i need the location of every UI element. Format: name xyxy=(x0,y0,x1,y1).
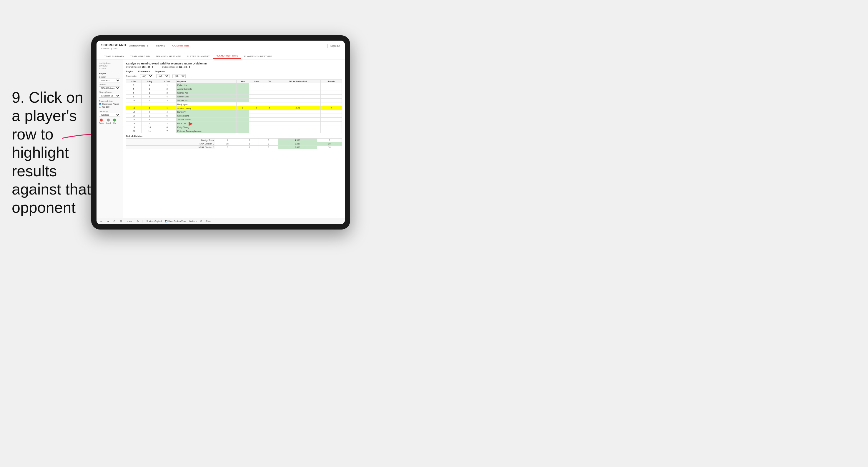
table-row[interactable]: 14 7 4 Eunice Yi xyxy=(126,110,342,114)
nav-tournaments[interactable]: TOURNAMENTS xyxy=(126,43,150,48)
table-header-row: # Div # Reg # Conf Opponent Win Loss Tie… xyxy=(126,80,342,83)
bottom-toolbar: ↩ ↪ ↺ ⊞ ←•→ ⊙ | 👁 View: Original 💾 Save … xyxy=(96,218,345,224)
colour-by-section: Colour by Win/loss Down Level xyxy=(99,111,120,124)
table-row[interactable]: 10 6 3 Andrea York xyxy=(126,99,342,102)
opponent-view-label: Opponent view xyxy=(99,100,120,102)
region-filter-group: Region xyxy=(126,70,135,73)
save-icon: 💾 xyxy=(165,220,168,222)
watch-button[interactable]: Watch ▾ xyxy=(189,220,197,222)
table-row[interactable]: 3 4 1 Esther Lee xyxy=(126,83,342,87)
main-content: Last Updated: 27/03/2024 16:55:38 Player… xyxy=(96,59,345,218)
table-row[interactable]: Haeji Hyun xyxy=(126,102,342,106)
player-rank-select[interactable]: 8. Katelyn Vo xyxy=(99,94,120,98)
division-record: Division Record: 331 - 34 - 6 xyxy=(162,66,190,68)
record-row: Overall Record: 353 - 34 - 6 Division Re… xyxy=(126,66,342,68)
layout-button[interactable]: ⊡ xyxy=(200,220,202,222)
division-label: Division xyxy=(99,84,120,86)
colour-level: Level xyxy=(106,119,111,124)
col-rounds: Rounds xyxy=(321,80,342,83)
table-row[interactable]: 9 1 4 Sharon Mun xyxy=(126,95,342,99)
conference-select[interactable]: (All) xyxy=(156,74,169,78)
nav-committee[interactable]: COMMITTEE xyxy=(171,43,190,48)
region-select[interactable]: (All) xyxy=(140,74,153,78)
subnav-player-h2h-heatmap[interactable]: PLAYER H2H HEATMAP xyxy=(241,54,275,59)
opponent-select[interactable]: (All) xyxy=(173,74,186,78)
save-custom-view-button[interactable]: 💾 Save Custom View xyxy=(165,220,186,222)
undo-button[interactable]: ↩ xyxy=(99,220,103,223)
tablet-screen: SCOREBOARD Powered by clippd TOURNAMENTS… xyxy=(96,41,345,224)
grid-button[interactable]: ⊞ xyxy=(119,220,123,223)
opponents-played-radio[interactable]: Opponents Played xyxy=(99,103,120,105)
col-div: # Div xyxy=(126,80,142,83)
colour-up: Up xyxy=(113,119,116,124)
reset-button[interactable]: ↺ xyxy=(113,220,117,223)
tablet-frame: SCOREBOARD Powered by clippd TOURNAMENTS… xyxy=(91,35,350,229)
table-row[interactable]: 20 11 7 Federica Domecq Lacroze xyxy=(126,129,342,133)
table-row[interactable]: 19 10 6 Emily Chang xyxy=(126,125,342,129)
col-win: Win xyxy=(237,80,249,83)
subnav-player-h2h-grid[interactable]: PLAYER H2H GRID xyxy=(213,53,241,59)
subnav-team-summary[interactable]: TEAM SUMMARY xyxy=(101,54,127,59)
col-reg: # Reg xyxy=(141,80,158,83)
grid-title: Katelyn Vo Head-to-Head Grid for Women's… xyxy=(126,62,342,65)
sidebar-timestamp: Last Updated: 27/03/2024 16:55:38 xyxy=(99,62,120,70)
grid-area: Katelyn Vo Head-to-Head Grid for Women's… xyxy=(123,59,345,218)
ood-table: Foreign Team 1 0 0 4.500 2 NAIA Division… xyxy=(126,138,342,149)
colour-down: Down xyxy=(99,119,104,124)
col-loss: Loss xyxy=(249,80,264,83)
colour-legend: Down Level Up xyxy=(99,119,120,124)
subnav-player-summary[interactable]: PLAYER SUMMARY xyxy=(184,54,213,59)
col-conf: # Conf xyxy=(158,80,176,83)
ood-row-ncaa2[interactable]: NCAA Division 2 5 0 0 7.400 10 xyxy=(126,146,342,149)
subnav-team-h2h-heatmap[interactable]: TEAM H2H HEATMAP xyxy=(153,54,184,59)
h2h-table: # Div # Reg # Conf Opponent Win Loss Tie… xyxy=(126,80,342,133)
ood-row-naia1[interactable]: NAIA Division 1 15 0 0 9.267 30 xyxy=(126,142,342,146)
gender-label: Gender xyxy=(99,76,120,78)
opponent-filter-group: Opponent xyxy=(155,70,167,73)
sidebar-player-title: Player xyxy=(99,72,120,75)
filter-selects-row: Opponents: (All) (All) (All) xyxy=(126,74,342,78)
ood-row-foreign[interactable]: Foreign Team 1 0 0 4.500 2 xyxy=(126,138,342,142)
conference-filter-group: Conference xyxy=(138,70,152,73)
col-diff: Diff Av Strokes/Rnd xyxy=(275,80,321,83)
annotation-text: 9. Click on a player's row to highlight … xyxy=(12,88,91,217)
division-select[interactable]: NCAA Division III xyxy=(99,86,120,90)
opponent-view-section: Opponent view Opponents Played Top 100 xyxy=(99,100,120,108)
filters-row: Region Conference Opponent xyxy=(126,70,342,73)
view-original-button[interactable]: 👁 View: Original xyxy=(146,220,161,222)
nav-links: TOURNAMENTS TEAMS COMMITTEE xyxy=(126,43,327,48)
col-tie: Tie xyxy=(264,80,275,83)
table-row[interactable]: 15 8 5 Stella Chang xyxy=(126,114,342,118)
cursor-arrow xyxy=(189,122,193,126)
colour-by-select[interactable]: Win/loss xyxy=(99,113,120,117)
col-opponent: Opponent xyxy=(176,80,236,83)
arrow-button[interactable]: ←•→ xyxy=(125,220,133,223)
share-button[interactable]: Share xyxy=(206,220,211,222)
overall-record: Overall Record: 353 - 34 - 6 xyxy=(126,66,153,68)
logo: SCOREBOARD Powered by clippd xyxy=(101,42,126,50)
refresh-button[interactable]: ⊙ xyxy=(136,220,140,223)
colour-by-label: Colour by xyxy=(99,111,120,113)
sidebar: Last Updated: 27/03/2024 16:55:38 Player… xyxy=(96,59,123,218)
nav-teams[interactable]: TEAMS xyxy=(154,43,166,48)
eye-icon: 👁 xyxy=(146,220,148,222)
redo-button[interactable]: ↪ xyxy=(106,220,110,223)
out-of-division-title: Out of division xyxy=(126,135,342,137)
top100-radio[interactable]: Top 100 xyxy=(99,106,120,108)
table-row[interactable]: 18 2 2 Euna Lee xyxy=(126,122,342,125)
table-row[interactable]: 6 1 3 Sydney Kuo xyxy=(126,91,342,95)
sub-nav: TEAM SUMMARY TEAM H2H GRID TEAM H2H HEAT… xyxy=(96,51,345,59)
gender-select[interactable]: Women's xyxy=(99,79,120,83)
sign-out-link[interactable]: Sign out xyxy=(331,44,340,48)
table-row[interactable]: 5 2 2 Alexis Sudjianto xyxy=(126,87,342,91)
table-row-highlighted[interactable]: 13 1 1 Jessica Huang 0 1 0 -3.00 2 xyxy=(126,106,342,110)
subnav-team-h2h-grid[interactable]: TEAM H2H GRID xyxy=(127,54,153,59)
player-rank-label: Player (Rank) xyxy=(99,91,120,93)
table-row[interactable]: 16 9 1 Jessica Mason xyxy=(126,118,342,122)
nav-bar: SCOREBOARD Powered by clippd TOURNAMENTS… xyxy=(96,41,345,51)
